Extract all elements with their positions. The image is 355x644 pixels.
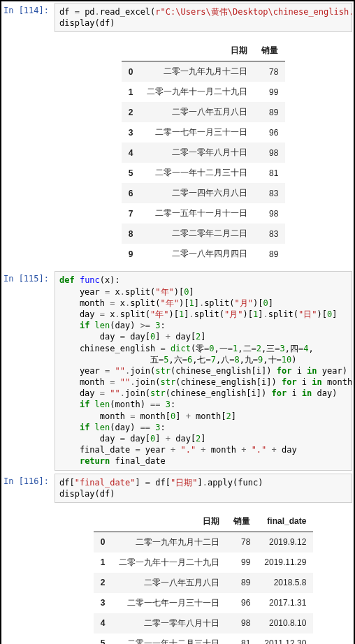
- table-header: final_date: [257, 511, 313, 532]
- table-cell: 96: [254, 122, 285, 142]
- table-cell: 二零一九年十一月二十九日: [112, 552, 226, 573]
- table-cell: 99: [226, 552, 257, 573]
- table-row: 5二零一一年十二月三十日812011.12.30: [94, 634, 314, 644]
- row-index: 5: [94, 634, 113, 644]
- code-content[interactable]: df = pd.read_excel(r"C:\Users\黄伟\Desktop…: [59, 6, 347, 29]
- code-input-area[interactable]: def func(x): year = x.split("年")[0] mont…: [55, 271, 352, 470]
- input-prompt: In [115]:: [3, 271, 55, 284]
- table-cell: 78: [254, 61, 285, 82]
- table-cell: 96: [226, 593, 257, 613]
- code-content[interactable]: def func(x): year = x.split("年")[0] mont…: [59, 275, 347, 467]
- table-row: 1二零一九年十一月二十九日99: [122, 82, 286, 102]
- table-cell: 2010.8.10: [257, 613, 313, 634]
- code-cell: In [116]:df["final_date"] = df["日期"].app…: [3, 474, 352, 503]
- table-cell: 二零一零年八月十日: [112, 613, 226, 634]
- table-row: 4二零一零年八月十日982010.8.10: [94, 613, 314, 634]
- code-input-area[interactable]: df = pd.read_excel(r"C:\Users\黄伟\Desktop…: [55, 3, 352, 32]
- row-index: 7: [122, 203, 140, 224]
- row-index: 0: [122, 61, 140, 82]
- row-index: 1: [94, 552, 113, 573]
- table-row: 0二零一九年九月十二日78: [122, 61, 286, 82]
- table-cell: 二零二零年二月二日: [140, 224, 254, 244]
- cell-output: 日期销量final_date0二零一九年九月十二日782019.9.121二零一…: [55, 506, 352, 644]
- table-cell: 2019.11.29: [257, 552, 313, 573]
- row-index: 4: [94, 613, 113, 634]
- table-cell: 89: [254, 244, 285, 264]
- table-cell: 二零一四年六月八日: [140, 183, 254, 203]
- input-prompt: In [114]:: [3, 3, 55, 15]
- table-row: 2二零一八年五月八日892018.5.8: [94, 573, 314, 593]
- table-row: 1二零一九年十一月二十九日992019.11.29: [94, 552, 314, 573]
- table-cell: 99: [254, 82, 285, 102]
- table-row: 7二零一五年十一月十一日98: [122, 203, 286, 224]
- table-header: 销量: [226, 511, 257, 532]
- table-cell: 二零一零年八月十日: [140, 142, 254, 163]
- row-index: 3: [122, 122, 140, 142]
- table-cell: 二零一七年一月三十一日: [140, 122, 254, 142]
- table-cell: 二零一五年十一月十一日: [140, 203, 254, 224]
- table-cell: 二零一八年五月八日: [112, 573, 226, 593]
- code-cell: In [115]:def func(x): year = x.split("年"…: [3, 271, 352, 470]
- row-index: 2: [94, 573, 113, 593]
- table-cell: 二零一八年四月四日: [140, 244, 254, 264]
- table-row: 0二零一九年九月十二日782019.9.12: [94, 532, 314, 552]
- table-header: 日期: [140, 41, 254, 61]
- row-index: 9: [122, 244, 140, 264]
- row-index: 5: [122, 163, 140, 183]
- table-cell: 78: [226, 532, 257, 552]
- table-cell: 二零一九年九月十二日: [112, 532, 226, 552]
- table-cell: 83: [254, 183, 285, 203]
- table-row: 6二零一四年六月八日83: [122, 183, 286, 203]
- table-cell: 2017.1.31: [257, 593, 313, 613]
- row-index: 8: [122, 224, 140, 244]
- row-index: 2: [122, 102, 140, 122]
- table-cell: 二零一一年十二月三十日: [112, 634, 226, 644]
- dataframe-table: 日期销量0二零一九年九月十二日781二零一九年十一月二十九日992二零一八年五月…: [122, 41, 286, 264]
- table-row: 4二零一零年八月十日98: [122, 142, 286, 163]
- table-cell: 98: [254, 142, 285, 163]
- code-content[interactable]: df["final_date"] = df["日期"].apply(func) …: [59, 477, 347, 499]
- table-cell: 2019.9.12: [257, 532, 313, 552]
- dataframe-table: 日期销量final_date0二零一九年九月十二日782019.9.121二零一…: [94, 511, 314, 644]
- table-cell: 二零一八年五月八日: [140, 102, 254, 122]
- cells-root: In [114]:df = pd.read_excel(r"C:\Users\黄…: [3, 3, 352, 644]
- table-cell: 89: [254, 102, 285, 122]
- table-cell: 89: [226, 573, 257, 593]
- input-prompt: In [116]:: [3, 474, 55, 486]
- table-cell: 81: [254, 163, 285, 183]
- row-index: 3: [94, 593, 113, 613]
- row-index: 0: [94, 532, 113, 552]
- table-cell: 81: [226, 634, 257, 644]
- table-row: 2二零一八年五月八日89: [122, 102, 286, 122]
- table-header: 销量: [254, 41, 285, 61]
- table-row: 9二零一八年四月四日89: [122, 244, 286, 264]
- row-index: 6: [122, 183, 140, 203]
- notebook-page: { "cells": [ { "prompt": "In [114]:", "c…: [0, 0, 355, 644]
- table-cell: 98: [254, 203, 285, 224]
- table-cell: 二零一九年十一月二十九日: [140, 82, 254, 102]
- table-cell: 二零一一年十二月三十日: [140, 163, 254, 183]
- table-row: 3二零一七年一月三十一日962017.1.31: [94, 593, 314, 613]
- table-cell: 二零一九年九月十二日: [140, 61, 254, 82]
- table-cell: 2011.12.30: [257, 634, 313, 644]
- table-cell: 二零一七年一月三十一日: [112, 593, 226, 613]
- row-index: 1: [122, 82, 140, 102]
- code-input-area[interactable]: df["final_date"] = df["日期"].apply(func) …: [55, 474, 352, 503]
- row-index: 4: [122, 142, 140, 163]
- table-cell: 98: [226, 613, 257, 634]
- cell-output: 日期销量0二零一九年九月十二日781二零一九年十一月二十九日992二零一八年五月…: [55, 35, 352, 271]
- table-header: 日期: [112, 511, 226, 532]
- table-row: 8二零二零年二月二日83: [122, 224, 286, 244]
- code-cell: In [114]:df = pd.read_excel(r"C:\Users\黄…: [3, 3, 352, 32]
- table-header-blank: [122, 41, 140, 61]
- table-cell: 2018.5.8: [257, 573, 313, 593]
- table-header-blank: [94, 511, 113, 532]
- table-row: 5二零一一年十二月三十日81: [122, 163, 286, 183]
- table-cell: 83: [254, 224, 285, 244]
- table-row: 3二零一七年一月三十一日96: [122, 122, 286, 142]
